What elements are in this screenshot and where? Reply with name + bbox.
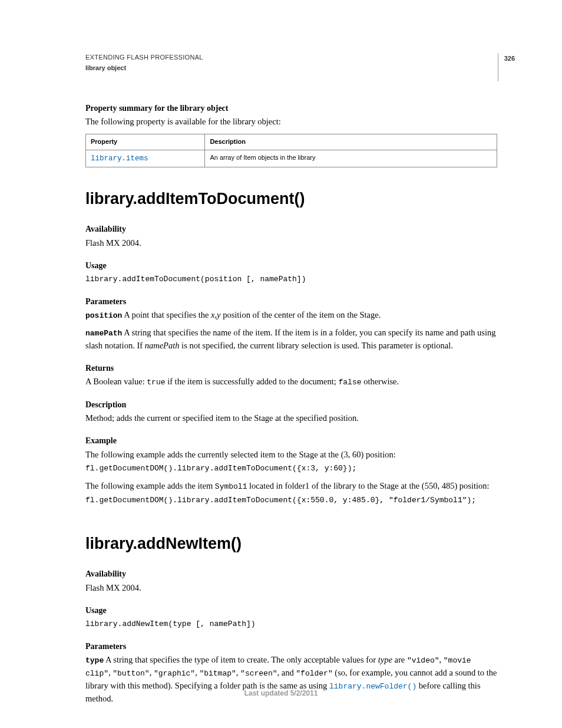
property-link-library-items[interactable]: library.items [86,150,205,167]
availability-heading-2: Availability [85,568,497,580]
availability-text-2: Flash MX 2004. [85,582,497,594]
parameters-heading: Parameters [85,296,497,308]
table-row: library.items An array of Item objects i… [86,150,497,167]
example-heading: Example [85,435,497,447]
description-text: Method; adds the current or specified it… [85,412,497,424]
usage-code: library.addItemToDocument(position [, na… [85,274,497,285]
usage-heading: Usage [85,260,497,272]
usage-code-2: library.addNewItem(type [, namePath]) [85,619,497,630]
page-number: 326 [498,53,515,81]
example-intro-2: The following example adds the item Symb… [85,480,497,493]
param-name-namepath: namePath [85,329,122,338]
table-header-row: Property Description [86,134,497,150]
property-table: Property Description library.items An ar… [85,134,497,167]
param-namepath: namePath A string that specifies the nam… [85,327,497,352]
availability-heading: Availability [85,223,497,235]
example-intro-1: The following example adds the currently… [85,449,497,461]
usage-heading-2: Usage [85,605,497,617]
parameters-heading-2: Parameters [85,641,497,653]
col-property-header: Property [86,134,205,150]
example-code-2: fl.getDocumentDOM().library.addItemToDoc… [85,495,497,506]
footer-last-updated: Last updated 5/2/2011 [0,689,562,699]
param-position: position A point that specifies the x,y … [85,309,497,322]
running-header: EXTENDING FLASH PROFESSIONAL library obj… [85,53,497,73]
method-title-additemtodocument: library.addItemToDocument() [85,187,497,210]
returns-heading: Returns [85,363,497,374]
page-content: 326 EXTENDING FLASH PROFESSIONAL library… [0,0,562,728]
param-name-position: position [85,311,122,320]
header-chapter-title: library object [85,64,497,73]
availability-text: Flash MX 2004. [85,237,497,249]
param-name-type: type [85,656,104,665]
returns-text: A Boolean value: true if the item is suc… [85,375,497,388]
header-book-title: EXTENDING FLASH PROFESSIONAL [85,53,497,62]
example-code-1: fl.getDocumentDOM().library.addItemToDoc… [85,463,497,475]
description-heading: Description [85,399,497,411]
property-summary-heading: Property summary for the library object [85,103,497,114]
property-description: An array of Item objects in the library [205,150,497,167]
property-summary-intro: The following property is available for … [85,116,497,128]
col-description-header: Description [205,134,497,150]
method-title-addnewitem: library.addNewItem() [85,532,497,555]
